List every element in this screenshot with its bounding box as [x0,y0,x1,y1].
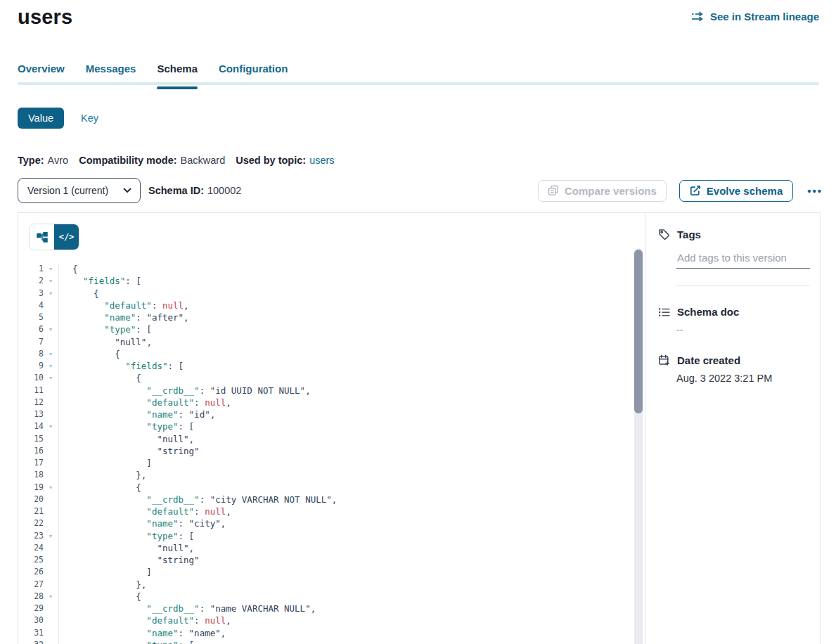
line-number: 24 [18,542,44,554]
line-gutter: 27 [18,579,59,591]
tag-icon [658,228,670,240]
code-line-text: "name": "id", [59,408,215,420]
code-line-text: { [59,591,141,603]
fold-toggle-icon[interactable]: ▾ [44,275,58,287]
tree-view-icon [37,232,48,243]
compare-versions-button[interactable]: Compare versions [538,180,667,202]
fold-spacer [44,614,58,626]
version-dropdown[interactable]: Version 1 (current) [18,178,141,203]
line-number: 21 [18,505,44,517]
code-line: 1▾{ [18,263,635,275]
fold-toggle-icon[interactable]: ▾ [44,288,58,300]
line-gutter: 13 [18,408,59,420]
line-number: 32 [18,639,44,644]
tab-configuration[interactable]: Configuration [219,63,288,89]
line-gutter: 32▾ [18,639,59,644]
line-gutter: 18 [18,469,59,481]
code-line: 4 "default": null, [18,300,635,311]
line-number: 31 [18,627,44,639]
fold-toggle-icon[interactable]: ▾ [44,372,58,384]
code-line-text: "type": [ [59,530,194,542]
line-number: 4 [18,300,44,311]
schema-doc-heading-row: Schema doc [658,306,809,318]
fold-toggle-icon[interactable]: ▾ [44,591,58,603]
type-label: Type: [18,155,44,166]
editor-scrollbar-track[interactable] [634,248,643,644]
type-pair: Type:Avro [18,155,68,166]
line-number: 22 [18,517,44,529]
code-lines[interactable]: 1▾{2▾ "fields": [3▾ {4 "default": null,5… [18,263,635,644]
fold-spacer [44,311,58,323]
see-in-stream-lineage-link[interactable]: See in Stream lineage [691,11,819,22]
used-by-topic-link[interactable]: users [309,155,334,166]
code-line: 19▾ { [18,482,635,494]
schema-meta-row: Type:Avro Compatibility mode:Backward Us… [18,155,335,166]
line-number: 13 [18,408,44,420]
fold-toggle-icon[interactable]: ▾ [44,530,58,542]
tab-overview[interactable]: Overview [18,63,65,89]
line-number: 29 [18,603,44,614]
fold-spacer [44,542,58,554]
fold-toggle-icon[interactable]: ▾ [44,639,58,644]
line-number: 23 [18,530,44,542]
more-actions-button[interactable]: ••• [806,183,824,198]
line-gutter: 28▾ [18,591,59,603]
compare-versions-label: Compare versions [565,185,657,197]
line-gutter: 24 [18,542,59,554]
line-gutter: 19▾ [18,482,59,494]
fold-toggle-icon[interactable]: ▾ [44,420,58,432]
key-toggle-link[interactable]: Key [81,112,98,124]
fold-toggle-icon[interactable]: ▾ [44,360,58,372]
fold-spacer [44,494,58,505]
line-number: 3 [18,288,44,300]
line-number: 16 [18,445,44,457]
line-number: 30 [18,614,44,626]
chevron-down-icon [123,188,131,193]
evolve-schema-label: Evolve schema [707,185,783,197]
line-gutter: 29 [18,603,59,614]
stream-lineage-icon [691,11,705,22]
code-line: 22 "name": "city", [18,517,635,529]
evolve-schema-button[interactable]: Evolve schema [679,180,793,202]
tree-view-button[interactable] [30,224,54,250]
lineage-link-label: See in Stream lineage [710,11,819,22]
fold-toggle-icon[interactable]: ▾ [44,482,58,494]
line-number: 25 [18,554,44,566]
fold-toggle-icon[interactable]: ▾ [44,323,58,335]
line-number: 2 [18,275,44,287]
compatibility-label: Compatibility mode: [79,155,176,166]
code-line: 18 }, [18,469,635,481]
schema-actions: Compare versions Evolve schema ••• [538,178,824,203]
code-view-button[interactable]: </> [54,224,79,250]
schema-code-editor: </> 1▾{2▾ "fields": [3▾ {4 "default": nu… [18,213,645,644]
line-number: 12 [18,397,44,408]
copy-versions-icon [548,185,559,196]
code-line-text: "null", [59,542,194,554]
fold-spacer [44,445,58,457]
fold-toggle-icon[interactable]: ▾ [44,348,58,360]
code-line-text: "string" [59,445,200,457]
tab-schema[interactable]: Schema [157,63,198,89]
fold-spacer [44,579,58,591]
editor-scrollbar-thumb[interactable] [634,250,643,413]
line-number: 19 [18,482,44,494]
code-line: 24 "null", [18,542,635,554]
value-toggle-button[interactable]: Value [18,108,64,129]
code-line-text: "type": [ [59,420,194,432]
fold-toggle-icon[interactable]: ▾ [44,263,58,275]
tab-messages[interactable]: Messages [86,63,136,89]
code-line-text: "name": "city", [59,517,226,529]
line-number: 8 [18,348,44,360]
line-number: 10 [18,372,44,384]
code-line-text: "fields": [ [59,275,141,287]
compatibility-value: Backward [181,155,226,166]
tags-heading: Tags [677,228,701,240]
code-line: 28▾ { [18,591,635,603]
schema-page: users See in Stream lineage Overview Mes… [0,0,836,644]
line-gutter: 3▾ [18,288,59,300]
schema-sidebar: Tags Schema doc -- [645,213,820,644]
line-number: 15 [18,433,44,445]
type-value: Avro [48,155,69,166]
fold-spacer [44,397,58,408]
add-tags-input[interactable] [676,250,810,269]
